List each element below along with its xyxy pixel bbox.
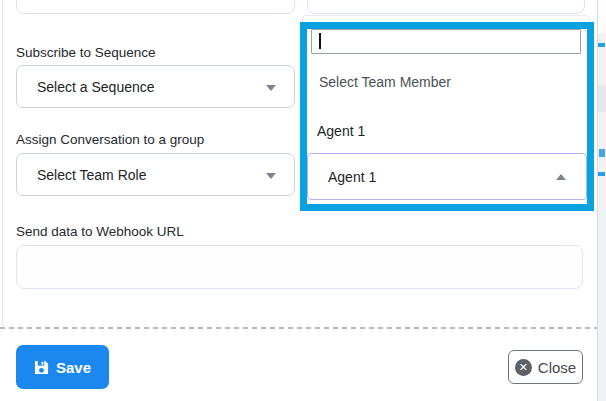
background-fragment <box>598 85 606 112</box>
team-member-dropdown-panel: Select Team Member Agent 1 Agent 1 <box>302 15 590 205</box>
team-member-search-input[interactable] <box>311 29 581 54</box>
dropdown-option-placeholder[interactable]: Select Team Member <box>319 74 451 90</box>
group-select[interactable]: Select Team Role <box>16 153 295 196</box>
modal-left-border <box>2 0 3 327</box>
webhook-url-input[interactable] <box>16 245 583 289</box>
background-fragment <box>599 149 605 157</box>
background-fragment <box>598 172 605 176</box>
close-button[interactable]: ✕ Close <box>508 350 583 384</box>
webhook-label: Send data to Webhook URL <box>16 224 184 239</box>
sequence-label: Subscribe to Sequence <box>16 45 156 60</box>
sequence-select-value: Select a Sequence <box>37 79 155 95</box>
top-left-input[interactable] <box>16 0 295 14</box>
background-fragment <box>598 43 605 47</box>
chevron-down-icon <box>266 85 276 91</box>
background-fragment <box>598 0 606 33</box>
group-select-value: Select Team Role <box>37 167 146 183</box>
chevron-up-icon <box>556 174 566 180</box>
sequence-select[interactable]: Select a Sequence <box>16 65 295 108</box>
team-member-select-value: Agent 1 <box>328 169 376 185</box>
team-member-select[interactable]: Agent 1 <box>307 153 587 200</box>
background-page-sliver <box>598 0 606 401</box>
text-cursor <box>319 33 321 49</box>
settings-modal: Subscribe to Sequence Select a Sequence … <box>0 0 606 401</box>
close-button-label: Close <box>538 359 576 376</box>
save-button-label: Save <box>56 359 91 376</box>
save-button[interactable]: Save <box>16 345 109 389</box>
group-label: Assign Conversation to a group <box>16 132 204 147</box>
dropdown-option-agent1[interactable]: Agent 1 <box>317 123 365 139</box>
close-circle-icon: ✕ <box>515 359 532 376</box>
footer-dashed-divider <box>0 327 597 329</box>
chevron-down-icon <box>266 173 276 179</box>
top-right-input[interactable] <box>307 0 585 14</box>
save-icon <box>34 360 49 375</box>
